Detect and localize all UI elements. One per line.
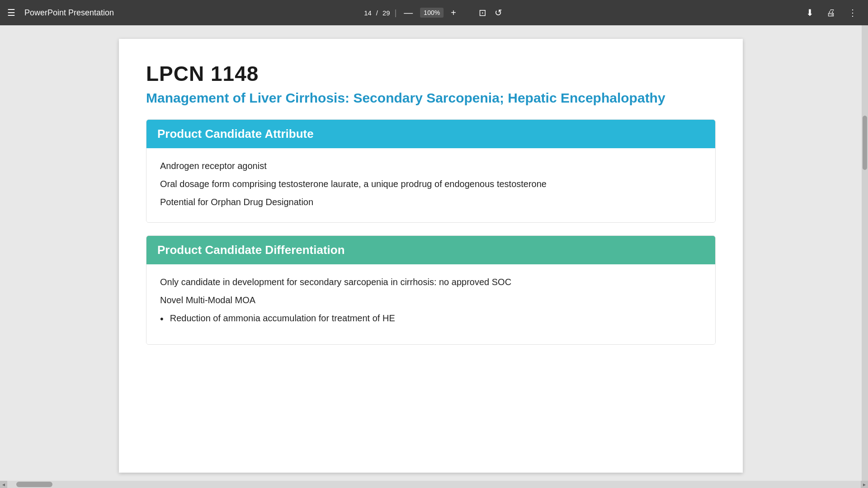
card-differentiation-header: Product Candidate Differentiation (146, 236, 715, 264)
card-differentiation-title: Product Candidate Differentiation (157, 243, 345, 257)
scroll-right-button[interactable]: ► (861, 481, 868, 488)
toolbar-right-icons: ⬇ 🖨 ⋮ (804, 5, 859, 20)
zoom-out-button[interactable]: — (401, 7, 415, 18)
download-button[interactable]: ⬇ (804, 5, 816, 20)
zoom-in-button[interactable]: + (448, 7, 459, 18)
main-area: LPCN 1148 Management of Liver Cirrhosis:… (0, 25, 868, 481)
card-attribute-body: Androgen receptor agonist Oral dosage fo… (146, 148, 715, 222)
right-scrollbar[interactable] (862, 25, 868, 481)
page-separator: / (376, 9, 378, 17)
page-current: 14 (364, 9, 372, 17)
rotate-button[interactable]: ↺ (493, 5, 504, 20)
more-options-button[interactable]: ⋮ (846, 5, 859, 20)
slide-viewer[interactable]: LPCN 1148 Management of Liver Cirrhosis:… (0, 25, 862, 481)
zoom-value: 100% (420, 8, 443, 18)
card-attribute-header: Product Candidate Attribute (146, 120, 715, 148)
print-button[interactable]: 🖨 (825, 6, 837, 20)
attribute-item-3: Potential for Orphan Drug Designation (160, 195, 702, 209)
fit-page-button[interactable]: ⊡ (477, 5, 488, 20)
scroll-left-button[interactable]: ◄ (0, 481, 7, 488)
scroll-thumb[interactable] (16, 482, 52, 487)
slide-subtitle: Management of Liver Cirrhosis: Secondary… (146, 90, 716, 106)
page-total: 29 (382, 9, 390, 17)
card-differentiation: Product Candidate Differentiation Only c… (146, 235, 716, 345)
differentiation-bullet-1: • Reduction of ammonia accumulation for … (160, 311, 702, 326)
attribute-item-1: Androgen receptor agonist (160, 159, 702, 173)
slide-page: LPCN 1148 Management of Liver Cirrhosis:… (119, 39, 743, 473)
scrollbar-thumb[interactable] (863, 116, 867, 170)
differentiation-item-2: Novel Multi-Modal MOA (160, 293, 702, 307)
card-differentiation-body: Only candidate in development for second… (146, 264, 715, 344)
card-attribute: Product Candidate Attribute Androgen rec… (146, 119, 716, 223)
document-title: PowerPoint Presentation (24, 8, 114, 18)
scroll-track[interactable] (7, 481, 861, 488)
slide-title: LPCN 1148 (146, 61, 716, 86)
bottom-scrollbar[interactable]: ◄ ► (0, 481, 868, 488)
attribute-item-2: Oral dosage form comprising testosterone… (160, 177, 702, 191)
divider: | (395, 8, 397, 18)
toolbar: ☰ PowerPoint Presentation 14 / 29 | — 10… (0, 0, 868, 25)
bullet-dot: • (160, 311, 164, 326)
menu-icon[interactable]: ☰ (7, 7, 15, 18)
bullet-text: Reduction of ammonia accumulation for tr… (170, 311, 395, 325)
toolbar-center: 14 / 29 | — 100% + ⊡ ↺ (364, 5, 504, 20)
card-attribute-title: Product Candidate Attribute (157, 127, 314, 141)
differentiation-item-1: Only candidate in development for second… (160, 275, 702, 289)
